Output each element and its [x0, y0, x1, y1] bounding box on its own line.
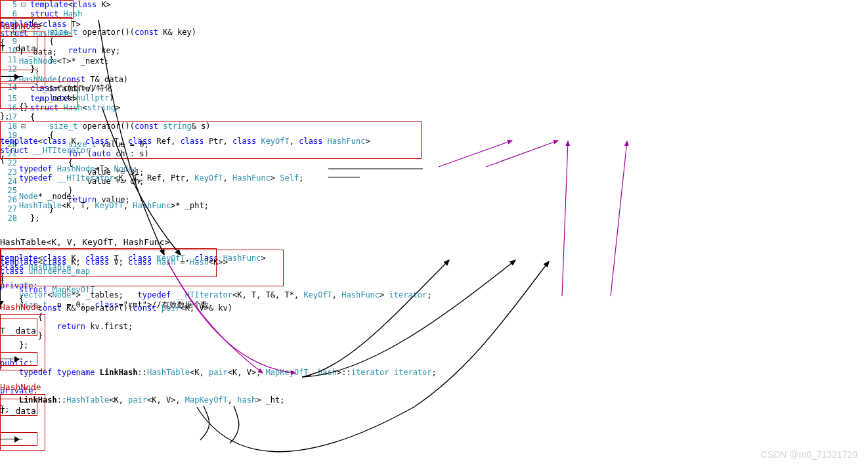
- hashnode-next-arrow-1: [0, 76, 22, 77]
- hashnode-label-2: HashNode: [0, 302, 41, 312]
- annotation-hashtable: [0, 248, 217, 277]
- hashnode-box-data-label-2: T _data: [0, 326, 36, 336]
- annotation-hashnode-header: [0, 17, 72, 37]
- hashnode-box-data-label-3: T _data: [0, 406, 36, 416]
- hashnode-next-arrow-2: [0, 359, 22, 359]
- annotation-hash-template: [0, 0, 74, 19]
- hashnode-box-data-label-1: T _data: [0, 43, 36, 53]
- hashnode-label-3: HashNode: [0, 382, 41, 392]
- watermark: CSDN @m0_71321720: [761, 449, 857, 460]
- annotation-hash-spec: [0, 81, 77, 109]
- hashnode-next-arrow-3: [0, 439, 22, 439]
- annotation-iterator: [0, 121, 422, 159]
- hashtable-title: HashTable<K, V, KeyOfT, HashFunc>: [0, 237, 169, 247]
